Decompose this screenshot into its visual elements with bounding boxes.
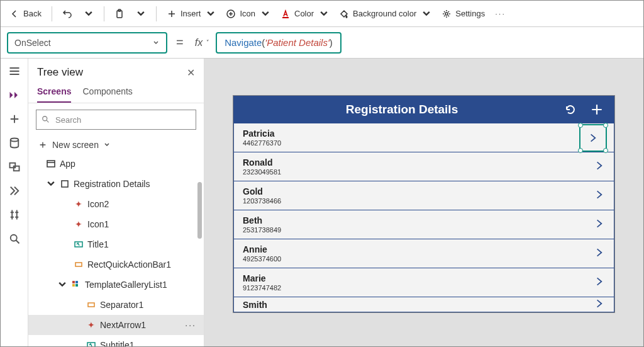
tree-search-input[interactable]: Search	[36, 110, 196, 130]
chevron-down-icon	[136, 9, 146, 19]
overflow-button[interactable]: ···	[491, 6, 509, 21]
search-icon	[42, 115, 50, 124]
tree-node-icon1[interactable]: ✦ Icon1	[28, 214, 204, 234]
formula-input[interactable]: Navigate('Patient Details')	[216, 32, 341, 54]
svg-point-4	[10, 139, 18, 142]
plus-icon	[38, 140, 47, 149]
tree-node-gallery[interactable]: TemplateGalleryList1	[28, 275, 204, 295]
rail-treeview[interactable]	[8, 89, 21, 101]
tree-node-icon2[interactable]: ✦ Icon2	[28, 194, 204, 214]
chevron-down-icon	[206, 9, 216, 19]
tree-node-app[interactable]: App	[28, 154, 204, 174]
chevron-down-icon	[57, 280, 67, 290]
rail-search[interactable]	[8, 232, 21, 245]
tree-list: App Registration Details ✦ Icon2 ✦ Icon1…	[28, 154, 204, 346]
tree-node-screen[interactable]: Registration Details	[28, 174, 204, 194]
svg-point-7	[10, 235, 16, 241]
equals-symbol: =	[172, 35, 187, 50]
tree-node-subtitle1[interactable]: Subtitle1	[28, 335, 204, 346]
rail-tools[interactable]	[8, 208, 21, 221]
chevron-right-icon[interactable]	[594, 276, 605, 290]
tab-components[interactable]: Components	[82, 86, 132, 103]
chevron-right-icon[interactable]	[594, 247, 605, 261]
list-item[interactable]: Beth2531738849	[233, 210, 614, 239]
app-icon	[46, 159, 56, 169]
list-item[interactable]: Gold1203738466	[233, 181, 614, 210]
new-screen-button[interactable]: New screen	[28, 136, 204, 154]
undo-button[interactable]	[58, 6, 76, 21]
chevron-right-icon[interactable]	[594, 189, 605, 203]
list-item[interactable]: Smith	[233, 297, 614, 312]
design-canvas[interactable]: Registration Details Patricia4462776370 …	[204, 59, 643, 346]
chevron-down-icon	[319, 9, 329, 19]
rail-hamburger[interactable]	[8, 65, 21, 77]
list-item[interactable]: Marie9123747482	[233, 268, 614, 297]
back-button[interactable]: Back	[6, 6, 45, 21]
bgcolor-button[interactable]: Background color	[335, 6, 435, 21]
text-color-icon	[280, 9, 291, 19]
paren-close: )	[330, 37, 333, 48]
svg-rect-13	[72, 281, 75, 283]
separator	[52, 6, 52, 21]
scrollbar-thumb[interactable]	[197, 182, 202, 239]
undo-split-button[interactable]	[79, 6, 97, 21]
tree-node-nextarrow1[interactable]: ✦ NextArrow1 ···	[28, 315, 204, 335]
chevron-right-icon[interactable]	[594, 298, 605, 312]
rect-icon	[86, 300, 96, 310]
color-button[interactable]: Color	[277, 6, 333, 21]
chevron-down-icon	[46, 179, 56, 189]
svg-rect-14	[75, 281, 78, 283]
search-placeholder: Search	[55, 115, 81, 125]
tree-title: Tree view	[37, 66, 83, 79]
control-icon: ✦	[74, 219, 84, 229]
property-value: OnSelect	[14, 38, 51, 48]
insert-button[interactable]: Insert	[163, 6, 220, 21]
rail-data[interactable]	[8, 137, 21, 149]
paint-bucket-icon	[339, 9, 349, 19]
screen-icon	[60, 179, 70, 189]
icon-button[interactable]: Icon	[222, 6, 274, 21]
close-panel-button[interactable]: ✕	[187, 67, 195, 79]
fx-button[interactable]: fx ˅	[192, 37, 211, 48]
paste-button[interactable]	[111, 6, 128, 21]
svg-rect-6	[13, 166, 19, 171]
settings-label: Settings	[455, 9, 485, 18]
settings-button[interactable]: Settings	[438, 6, 489, 21]
svg-rect-9	[47, 161, 55, 167]
formula-arg: 'Patient Details'	[265, 37, 329, 48]
paste-split-button[interactable]	[131, 6, 150, 21]
svg-point-3	[445, 13, 448, 15]
list-item[interactable]: Patricia4462776370	[233, 123, 614, 152]
rail-insert[interactable]	[8, 113, 21, 125]
command-bar: Back Insert Icon Color Background color …	[1, 1, 643, 27]
control-icon: ✦	[74, 199, 84, 209]
chevron-right-icon[interactable]	[594, 218, 605, 232]
list-item[interactable]: Annie4925374600	[233, 239, 614, 268]
chevron-down-icon	[421, 9, 431, 19]
app-preview: Registration Details Patricia4462776370 …	[233, 95, 615, 313]
node-overflow-button[interactable]: ···	[185, 320, 196, 330]
arrow-left-icon	[9, 9, 19, 19]
gear-icon	[441, 9, 452, 19]
svg-rect-5	[9, 163, 15, 168]
chevron-down-icon	[152, 39, 160, 47]
main-area: Tree view ✕ Screens Components Search Ne…	[1, 59, 643, 346]
list-item[interactable]: Ronald2323049581	[233, 152, 614, 181]
chevron-right-icon[interactable]	[594, 160, 605, 174]
rail-flows[interactable]	[8, 185, 21, 197]
chevron-down-icon	[84, 9, 94, 19]
insert-label: Insert	[180, 9, 201, 18]
tree-node-rect[interactable]: RectQuickActionBar1	[28, 254, 204, 275]
preview-title: Registration Details	[242, 103, 562, 117]
smiley-plus-icon	[226, 9, 236, 19]
refresh-button[interactable]	[562, 101, 579, 118]
rail-media[interactable]	[8, 161, 21, 173]
tree-node-title1[interactable]: Title1	[28, 234, 204, 254]
svg-rect-16	[75, 284, 78, 287]
property-selector[interactable]: OnSelect	[7, 32, 167, 54]
tab-screens[interactable]: Screens	[37, 86, 71, 103]
add-button[interactable]	[588, 101, 606, 118]
formula-func: Navigate	[225, 37, 262, 48]
tree-node-separator1[interactable]: Separator1	[28, 295, 204, 315]
separator	[104, 6, 104, 21]
